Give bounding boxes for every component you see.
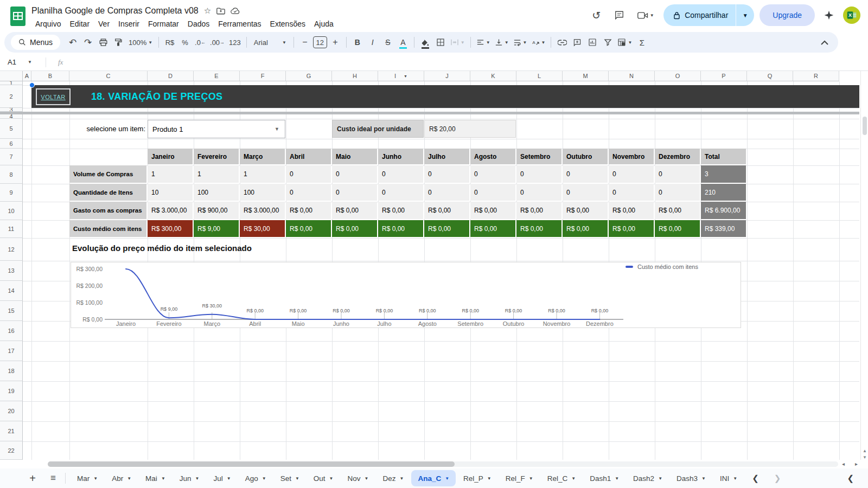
tab-menu-icon[interactable]: ▼ (733, 476, 737, 481)
table-cell[interactable]: R$ 0,00 (332, 202, 377, 219)
previous-sheets-icon[interactable]: ❮ (752, 473, 759, 483)
tab-menu-icon[interactable]: ▼ (329, 476, 334, 481)
table-total-cell[interactable]: R$ 6.900,00 (701, 202, 746, 219)
row-header-16[interactable]: 16 (0, 321, 23, 341)
fill-color-button[interactable] (418, 35, 432, 49)
horizontal-scrollbar[interactable]: ◂ ▸ (0, 460, 868, 468)
selection-handle[interactable] (29, 82, 35, 88)
vertical-scrollbar[interactable]: ▲ ▼ (860, 71, 868, 468)
price-evolution-chart[interactable]: R$ 300,00R$ 200,00R$ 100,00R$ 0,00Janeir… (71, 262, 741, 328)
table-cell[interactable]: 0 (286, 184, 331, 201)
bold-button[interactable]: B (350, 35, 365, 49)
column-header-P[interactable]: P (701, 71, 747, 81)
table-cell[interactable]: 10 (148, 184, 193, 201)
menu-extensões[interactable]: Extensões (266, 18, 309, 29)
insert-link-button[interactable] (555, 35, 569, 49)
sheet-tab-Ago[interactable]: Ago▼ (239, 470, 273, 486)
table-cell[interactable]: R$ 900,00 (194, 202, 239, 219)
table-cell[interactable]: 0 (378, 165, 423, 183)
table-cell[interactable]: R$ 0,00 (470, 220, 515, 237)
table-cell[interactable]: R$ 0,00 (516, 220, 561, 237)
account-avatar[interactable]: X (843, 7, 860, 24)
chevron-down-icon[interactable]: ▼ (650, 13, 654, 18)
text-color-button[interactable]: A (396, 35, 410, 49)
table-header-Janeiro[interactable]: Janeiro (148, 149, 193, 164)
sheet-tab-Nov[interactable]: Nov▼ (341, 470, 375, 486)
create-filter-button[interactable] (601, 35, 615, 49)
sheet-tab-Rel_P[interactable]: Rel_P▼ (457, 470, 498, 486)
table-header-Fevereiro[interactable]: Fevereiro (194, 149, 239, 164)
table-header-Março[interactable]: Março (240, 149, 285, 164)
table-cell[interactable]: 1 (240, 165, 285, 183)
table-cell[interactable]: R$ 0,00 (424, 220, 469, 237)
row-header-20[interactable]: 20 (0, 401, 23, 421)
font-select[interactable]: Arial▼ (251, 35, 290, 49)
tab-menu-icon[interactable]: ▼ (295, 476, 299, 481)
all-sheets-button[interactable]: ≡ (46, 473, 61, 484)
sheet-tab-Mar[interactable]: Mar▼ (71, 470, 104, 486)
table-cell[interactable]: R$ 0,00 (563, 220, 608, 237)
menu-ferramentas[interactable]: Ferramentas (214, 18, 265, 29)
table-total-cell[interactable]: 3 (701, 165, 746, 183)
next-sheets-icon[interactable]: ❯ (774, 473, 781, 483)
insert-chart-button[interactable] (585, 35, 599, 49)
row-header-3[interactable]: 3 (0, 108, 23, 112)
tab-menu-icon[interactable]: ▼ (658, 476, 662, 481)
share-dropdown[interactable]: ▼ (736, 4, 754, 26)
format-currency-button[interactable]: R$ (163, 35, 177, 49)
borders-button[interactable] (433, 35, 448, 49)
table-cell[interactable]: R$ 0,00 (332, 220, 377, 237)
column-header-F[interactable]: F (240, 71, 286, 81)
select-all-corner[interactable] (0, 71, 23, 81)
sheet-tab-Out[interactable]: Out▼ (307, 470, 340, 486)
column-header-O[interactable]: O (655, 71, 701, 81)
horizontal-scrollbar-track[interactable] (48, 461, 838, 467)
version-history-icon[interactable]: ↺ (588, 7, 605, 24)
strikethrough-button[interactable]: S (381, 35, 395, 49)
column-header-E[interactable]: E (194, 71, 240, 81)
row-header-12[interactable]: 12 (0, 238, 23, 261)
comments-icon[interactable] (610, 7, 628, 24)
table-cell[interactable]: R$ 300,00 (148, 220, 193, 237)
functions-button[interactable]: Σ (635, 35, 649, 49)
sheet-tab-Dez[interactable]: Dez▼ (376, 470, 410, 486)
table-header-Agosto[interactable]: Agosto (470, 149, 515, 164)
table-cell[interactable]: R$ 0,00 (563, 202, 608, 219)
table-cell[interactable]: R$ 0,00 (286, 202, 331, 219)
upgrade-button[interactable]: Upgrade (760, 4, 815, 26)
menu-arquivo[interactable]: Arquivo (31, 18, 65, 29)
table-cell[interactable]: R$ 0,00 (609, 202, 654, 219)
table-header-Maio[interactable]: Maio (332, 149, 377, 164)
menus-search-button[interactable]: Menus (11, 35, 60, 50)
column-header-L[interactable]: L (516, 71, 563, 81)
table-row-label[interactable]: Quantidade de Itens (69, 184, 146, 201)
table-cell[interactable]: R$ 0,00 (516, 202, 561, 219)
ideal-cost-label[interactable]: Custo ideal por unidade (332, 120, 424, 138)
column-header-I[interactable]: I▼ (378, 71, 424, 81)
zoom-select[interactable]: 100%▼ (126, 35, 155, 49)
column-header-N[interactable]: N (609, 71, 655, 81)
ideal-cost-value[interactable]: R$ 20,00 (424, 120, 516, 138)
tab-menu-icon[interactable]: ▼ (529, 476, 533, 481)
sheet-tab-Mai[interactable]: Mai▼ (139, 470, 172, 486)
gemini-sparkle-icon[interactable] (820, 7, 838, 24)
tab-menu-icon[interactable]: ▼ (161, 476, 165, 481)
column-header-H[interactable]: H (332, 71, 378, 81)
table-header-Julho[interactable]: Julho (424, 149, 469, 164)
table-header-Junho[interactable]: Junho (378, 149, 423, 164)
vertical-align-button[interactable]: ▼ (493, 35, 510, 49)
row-header-22[interactable]: 22 (0, 441, 23, 460)
star-icon[interactable]: ☆ (204, 6, 211, 16)
row-header-1[interactable]: 1 (0, 81, 23, 85)
table-cell[interactable]: R$ 0,00 (470, 202, 515, 219)
font-size-input[interactable]: 12 (313, 36, 327, 48)
column-header-J[interactable]: J (424, 71, 470, 81)
table-cell[interactable]: 0 (286, 165, 331, 183)
scroll-left-icon[interactable]: ◂ (842, 461, 845, 467)
row-header-6[interactable]: 6 (0, 139, 23, 149)
row-header-14[interactable]: 14 (0, 281, 23, 301)
menu-ajuda[interactable]: Ajuda (310, 18, 337, 29)
row-header-8[interactable]: 8 (0, 165, 23, 184)
row-header-21[interactable]: 21 (0, 421, 23, 441)
sheets-logo-icon[interactable] (10, 6, 26, 27)
